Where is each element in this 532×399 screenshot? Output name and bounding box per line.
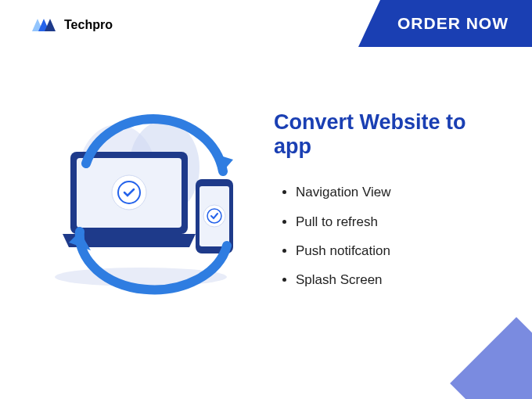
corner-decoration	[450, 317, 532, 399]
text-content: Convert Website to app Navigation View P…	[274, 102, 501, 295]
heading: Convert Website to app	[274, 110, 501, 159]
list-item: Splash Screen	[296, 265, 501, 294]
main-content: Convert Website to app Navigation View P…	[0, 34, 532, 300]
sync-illustration	[31, 97, 250, 300]
svg-point-5	[112, 175, 146, 210]
order-now-button[interactable]: ORDER NOW	[358, 0, 532, 47]
list-item: Pull to refresh	[296, 207, 501, 236]
logo-icon	[30, 16, 58, 34]
svg-point-9	[203, 205, 225, 227]
list-item: Push notifcation	[296, 236, 501, 265]
brand-name: Techpro	[64, 18, 113, 32]
feature-list: Navigation View Pull to refresh Push not…	[274, 178, 501, 295]
cta-wrap: ORDER NOW	[358, 0, 532, 47]
logo-group: Techpro	[30, 16, 113, 34]
list-item: Navigation View	[296, 178, 501, 207]
